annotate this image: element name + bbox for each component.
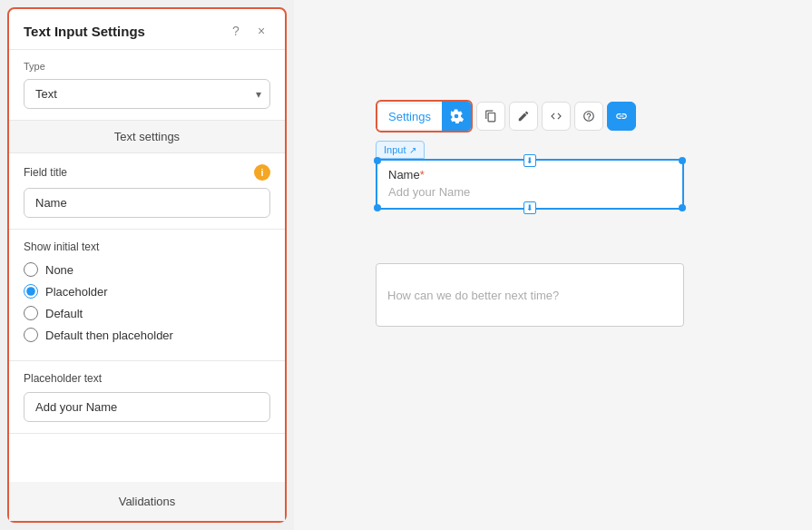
placeholder-text-input[interactable] bbox=[24, 392, 270, 422]
radio-placeholder[interactable]: Placeholder bbox=[24, 284, 270, 299]
type-select-wrapper: Text Email Number Phone URL ▾ bbox=[24, 79, 270, 109]
placeholder-label-row: Placeholder text bbox=[24, 372, 270, 385]
panel-title: Text Input Settings bbox=[24, 24, 145, 39]
settings-toolbar-group: Settings bbox=[376, 100, 473, 132]
canvas-area: Settings Input ↗ bbox=[294, 0, 812, 530]
radio-placeholder-label: Placeholder bbox=[45, 285, 108, 299]
question-icon[interactable] bbox=[574, 102, 603, 131]
radio-default[interactable]: Default bbox=[24, 306, 270, 320]
radio-none[interactable]: None bbox=[24, 262, 270, 277]
download-handle-bottom[interactable]: ⬇ bbox=[523, 201, 536, 214]
panel-header: Text Input Settings ? × bbox=[9, 9, 285, 50]
field-title-input[interactable] bbox=[24, 188, 270, 218]
placeholder-section: Placeholder text bbox=[9, 361, 285, 434]
radio-default-placeholder-input[interactable] bbox=[24, 328, 38, 342]
gear-icon[interactable] bbox=[442, 102, 471, 131]
handle-bl[interactable] bbox=[374, 204, 381, 211]
pen-icon[interactable] bbox=[509, 102, 538, 131]
handle-tr[interactable] bbox=[679, 157, 686, 164]
show-initial-text-section: Show initial text None Placeholder Defau… bbox=[9, 230, 285, 361]
copy-icon[interactable] bbox=[476, 102, 505, 131]
radio-default-placeholder[interactable]: Default then placeholder bbox=[24, 328, 270, 342]
canvas-input-label: Input ↗ bbox=[376, 141, 425, 159]
type-select[interactable]: Text Email Number Phone URL bbox=[24, 79, 270, 109]
required-marker: * bbox=[420, 168, 425, 182]
radio-none-input[interactable] bbox=[24, 262, 38, 277]
canvas-field-wrapper: ⬇ ⬇ Name* Add your Name bbox=[376, 159, 684, 210]
field-label-row: Field title i bbox=[24, 164, 270, 181]
field-title-section: Field title i bbox=[9, 153, 285, 230]
canvas-textarea-placeholder: How can we do better next time? bbox=[387, 289, 559, 302]
settings-button[interactable]: Settings bbox=[377, 104, 442, 129]
radio-placeholder-input[interactable] bbox=[24, 284, 38, 299]
radio-default-placeholder-label: Default then placeholder bbox=[45, 329, 173, 342]
code-icon[interactable] bbox=[542, 102, 571, 131]
radio-default-label: Default bbox=[45, 307, 83, 320]
download-handle-top[interactable]: ⬇ bbox=[523, 154, 536, 167]
link-icon[interactable] bbox=[607, 102, 636, 131]
info-badge: i bbox=[254, 164, 270, 181]
placeholder-text-label: Placeholder text bbox=[24, 372, 102, 385]
show-initial-text-label: Show initial text bbox=[24, 240, 270, 253]
input-label-icon: ↗ bbox=[409, 145, 416, 155]
validations-bar[interactable]: Validations bbox=[9, 482, 285, 521]
type-label: Type bbox=[24, 61, 270, 72]
close-icon[interactable]: × bbox=[252, 22, 270, 40]
handle-tl[interactable] bbox=[374, 157, 381, 164]
input-label-text: Input bbox=[384, 144, 406, 155]
canvas-input-group: Input ↗ ⬇ ⬇ Name* Add your Name bbox=[376, 141, 684, 210]
radio-default-input[interactable] bbox=[24, 306, 38, 320]
canvas-textarea: How can we do better next time? bbox=[376, 263, 684, 327]
canvas-field-title-text: Name bbox=[388, 168, 420, 182]
field-title-label: Field title bbox=[24, 166, 67, 179]
radio-none-label: None bbox=[45, 263, 73, 277]
panel-header-icons: ? × bbox=[227, 22, 270, 40]
text-settings-bar[interactable]: Text settings bbox=[9, 121, 285, 153]
handle-br[interactable] bbox=[679, 204, 686, 211]
help-icon[interactable]: ? bbox=[227, 22, 245, 40]
toolbar: Settings bbox=[376, 100, 636, 132]
type-section: Type Text Email Number Phone URL ▾ bbox=[9, 50, 285, 121]
settings-panel: Text Input Settings ? × Type Text Email … bbox=[7, 7, 287, 523]
